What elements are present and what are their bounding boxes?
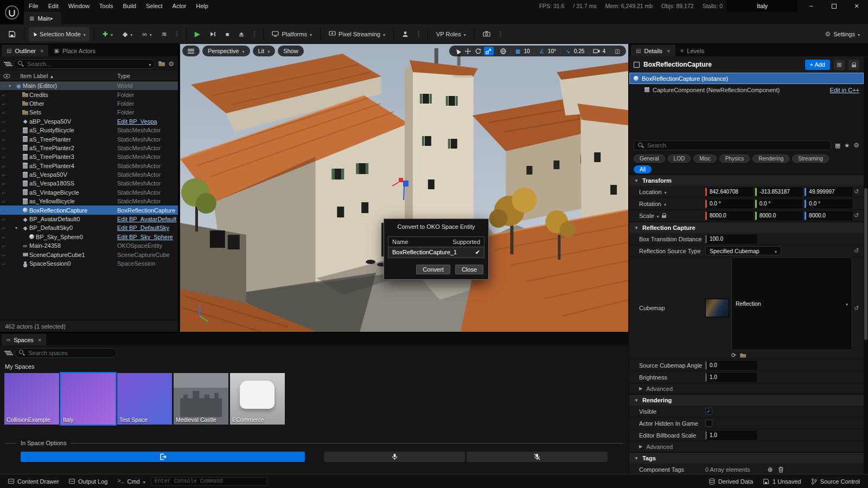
outliner-row[interactable]: Sets Folder — [0, 108, 178, 117]
derived-data-button[interactable]: Derived Data — [705, 476, 757, 487]
favorites-star-icon[interactable]: ★ — [844, 142, 850, 149]
space-card[interactable]: Medieval Castle — [174, 373, 228, 425]
outliner-row[interactable]: aS_TreePlanter StaticMeshActor — [0, 134, 178, 143]
column-item-label[interactable]: Item Label ▲ — [10, 73, 117, 79]
rotation-label[interactable]: Rotation — [639, 201, 705, 207]
pin-icon[interactable] — [2, 216, 9, 222]
world-space-toggle-button[interactable] — [499, 47, 508, 55]
tab-place-actors[interactable]: ▣ Place Actors — [49, 45, 100, 56]
outliner-row[interactable]: aS_Vespa50V StaticMeshActor — [0, 170, 178, 179]
toolbar-overflow-dots[interactable]: ⋮ — [173, 30, 182, 37]
search-options-chevron-icon[interactable] — [149, 61, 151, 67]
details-search-input[interactable] — [634, 140, 831, 150]
cubemap-asset-dropdown[interactable]: Reflection — [731, 257, 852, 350]
outliner-row[interactable]: Main-24358 OKOSpaceEntity — [0, 241, 178, 250]
outliner-search-input[interactable] — [14, 59, 155, 69]
filter-pill[interactable]: Rendering — [752, 155, 789, 163]
component-row-instance[interactable]: BoxReflectionCapture (Instance) — [629, 73, 864, 84]
expand-chevron-icon[interactable] — [9, 84, 15, 88]
dialog-table-row[interactable]: BoxReflectionCapture_1 ✔ — [388, 247, 484, 258]
menu-item[interactable]: Edit — [43, 0, 63, 12]
skip-button[interactable] — [206, 27, 220, 41]
details-settings-gear-icon[interactable]: ⚙ — [853, 142, 859, 149]
rotation-x-input[interactable]: 0.0 ° — [705, 200, 753, 208]
close-icon[interactable]: × — [38, 337, 41, 343]
camera-options-dots[interactable]: ⋮ — [496, 30, 505, 37]
scale-label[interactable]: Scale — [639, 213, 705, 219]
scale-lock-icon[interactable] — [662, 213, 666, 218]
cinematics-dropdown[interactable]: ∞ — [138, 27, 156, 41]
edit-in-cpp-link[interactable]: Edit in C++ — [830, 87, 859, 93]
location-x-input[interactable]: 842.640708 — [705, 188, 753, 196]
filter-pill-all[interactable]: All — [634, 165, 652, 174]
browse-icon[interactable]: ⊞ — [834, 60, 845, 70]
perspective-dropdown[interactable]: Perspective — [202, 46, 250, 56]
close-icon[interactable]: × — [40, 48, 43, 54]
output-log-button[interactable]: Output Log — [65, 476, 112, 487]
filter-pill[interactable]: Streaming — [792, 155, 829, 163]
add-element-icon[interactable]: ⊕ — [768, 466, 773, 473]
box-transition-input[interactable]: 100.0 — [705, 235, 757, 243]
tab-main-level[interactable]: ▦ Main• — [24, 12, 61, 24]
rotation-snap-value[interactable]: 10° — [547, 48, 558, 54]
pin-icon[interactable] — [2, 234, 9, 240]
filter-icon[interactable] — [4, 61, 10, 67]
eject-button[interactable] — [235, 27, 248, 41]
rotation-z-input[interactable]: 0.0 ° — [805, 200, 852, 208]
pin-icon[interactable] — [2, 136, 9, 143]
viewport-menu-button[interactable] — [182, 46, 200, 56]
reset-to-default-icon[interactable]: ↺ — [852, 188, 860, 195]
enter-space-button[interactable] — [21, 452, 305, 462]
filter-pill[interactable]: Misc — [693, 155, 717, 163]
outliner-row[interactable]: Main (Editor) World — [0, 81, 178, 90]
save-button[interactable] — [4, 27, 20, 41]
reset-to-default-icon[interactable]: ↺ — [852, 305, 860, 312]
new-folder-icon[interactable] — [158, 61, 165, 66]
rotate-tool-button[interactable] — [474, 47, 483, 55]
details-scrollbar[interactable] — [864, 58, 868, 474]
rendering-advanced-expander[interactable]: ▶Advanced — [629, 441, 864, 452]
space-card[interactable]: Italy — [61, 373, 116, 425]
add-actor-dropdown[interactable]: ✚ — [99, 27, 117, 41]
location-z-input[interactable]: 49.999997 — [805, 188, 852, 196]
play-button[interactable]: ▶ — [191, 27, 204, 41]
pin-icon[interactable] — [2, 207, 9, 214]
outliner-row[interactable]: Other Folder — [0, 99, 178, 108]
console-command-input[interactable] — [151, 477, 267, 486]
pin-icon[interactable] — [2, 92, 9, 98]
space-card[interactable]: ECommerce — [230, 373, 285, 425]
pin-icon[interactable] — [2, 145, 9, 151]
pin-icon[interactable] — [2, 198, 9, 204]
scale-snap-toggle-button[interactable]: ↘ — [563, 47, 573, 55]
content-drawer-button[interactable]: Content Drawer — [4, 476, 63, 487]
outliner-row[interactable]: BoxReflectionCapture BoxReflectionCaptur… — [0, 206, 178, 214]
select-tool-button[interactable] — [453, 47, 463, 55]
outliner-row[interactable]: BP_AvatarDefault0 Edit BP_AvatarDefault — [0, 215, 178, 223]
outliner-settings-gear-icon[interactable]: ⚙ — [168, 60, 174, 68]
outliner-row[interactable]: aS_TreePlanter3 StaticMeshActor — [0, 152, 178, 161]
menu-item[interactable]: Actor — [168, 0, 192, 12]
scale-x-input[interactable]: 8000.0 — [705, 211, 753, 220]
pin-icon[interactable] — [2, 100, 9, 107]
play-options-dots[interactable]: ⋮ — [250, 30, 259, 37]
component-row-capture[interactable]: CaptureComponent (NewReflectionComponent… — [629, 84, 864, 95]
move-tool-button[interactable] — [463, 47, 473, 55]
grid-snap-toggle-button[interactable]: ▦ — [513, 47, 523, 55]
scale-z-input[interactable]: 8000.0 — [805, 211, 852, 220]
lit-dropdown[interactable]: Lit — [253, 46, 276, 56]
pin-icon[interactable] — [2, 224, 9, 231]
pin-icon[interactable] — [2, 252, 9, 258]
space-card[interactable]: Test Space — [117, 373, 172, 425]
scale-tool-button[interactable] — [484, 47, 494, 55]
filter-pill[interactable]: Physics — [719, 155, 750, 163]
tab-outliner[interactable]: ▤ Outliner × — [2, 45, 48, 56]
viewport-3d[interactable]: Perspective Lit Show ▦ — [180, 44, 628, 332]
pin-icon[interactable] — [2, 127, 9, 133]
menu-item[interactable]: Window — [63, 0, 94, 12]
tab-levels[interactable]: ≡ Levels — [676, 45, 710, 56]
pin-icon[interactable] — [2, 260, 9, 267]
avatar-options-dots[interactable]: ⋮ — [414, 30, 423, 37]
location-y-input[interactable]: -313.853187 — [755, 188, 803, 196]
expand-chevron-icon[interactable] — [15, 226, 21, 230]
section-transform[interactable]: ▼Transform — [629, 175, 864, 186]
